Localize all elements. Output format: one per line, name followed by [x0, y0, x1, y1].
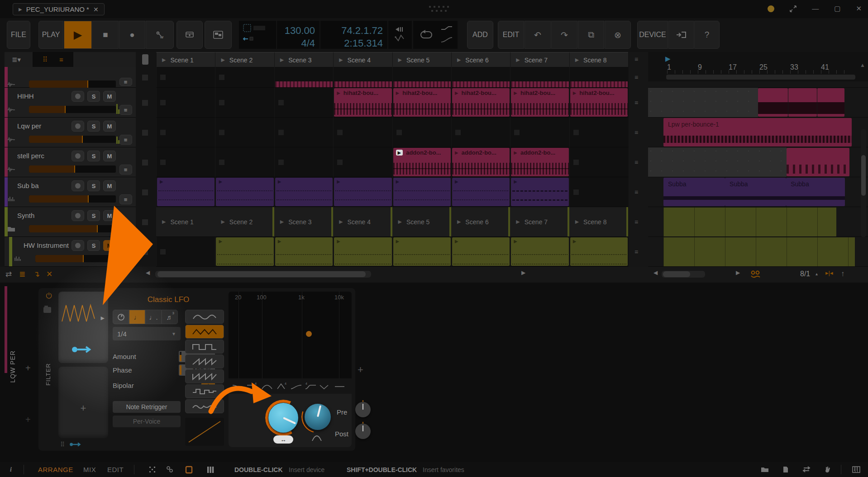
clip-green[interactable]: ▶ [334, 237, 391, 266]
clip-slot[interactable] [333, 147, 392, 177]
clip-slot[interactable] [215, 147, 274, 177]
swap-arrows-icon[interactable] [802, 466, 811, 473]
mute-button[interactable]: M [103, 180, 116, 191]
sync-triplet-button[interactable]: 3♬ [162, 310, 178, 324]
row-options-icon[interactable]: ≡ [634, 129, 638, 136]
group-scene-slot[interactable]: ▶Scene 7 [510, 207, 569, 236]
clip-slot[interactable]: ▶hihat2-bou... [569, 88, 628, 117]
scene-play-icon[interactable]: ▶ [457, 57, 461, 63]
filter-cutoff-dot[interactable] [306, 331, 312, 337]
track-stop-button[interactable] [142, 75, 148, 80]
cutoff-mod-range-pill[interactable]: ↔ [273, 435, 293, 444]
empty-slot-stop[interactable] [278, 130, 284, 135]
sync-tempo-button[interactable]: ♩ [129, 310, 145, 324]
clip-slot[interactable] [569, 118, 628, 147]
project-tab[interactable]: ▶ PEC_YURIURANO * ✕ [13, 3, 105, 15]
clip-purple[interactable]: ▶ [216, 178, 273, 206]
automation-write-button[interactable]: w [146, 21, 174, 49]
clip-partial[interactable] [393, 81, 451, 87]
track-row[interactable]: ≡ [5, 67, 136, 88]
record-arm-button[interactable] [72, 91, 84, 102]
empty-slot-stop[interactable] [160, 249, 166, 255]
filter-spectrum[interactable]: 20 100 1k 10k [229, 292, 352, 378]
empty-slot-stop[interactable] [219, 75, 224, 80]
scene-play-icon[interactable]: ▶ [398, 57, 402, 63]
group-scene-slot[interactable]: ▶Scene 6 [451, 207, 510, 236]
arranger-hscroll-thumb[interactable] [663, 271, 690, 277]
row-options-icon[interactable]: ≡ [634, 189, 638, 196]
clip-slot[interactable]: ▶ [274, 177, 333, 207]
arranger-clip[interactable] [787, 148, 849, 176]
clip-slot[interactable]: ▶ [510, 237, 569, 266]
maximize-icon[interactable]: ▢ [834, 4, 840, 14]
mute-button[interactable]: M [103, 151, 116, 161]
time-value[interactable]: 2:15.314 [320, 37, 383, 50]
record-arm-button[interactable] [72, 240, 84, 251]
track-stop-button[interactable] [142, 130, 148, 136]
close-icon[interactable]: ✕ [856, 4, 862, 14]
empty-slot-stop[interactable] [396, 130, 402, 135]
file-icon[interactable] [782, 466, 789, 473]
dot-grid-icon[interactable] [148, 466, 157, 473]
empty-slot-stop[interactable] [219, 100, 224, 105]
clip-slot[interactable] [392, 67, 451, 87]
solo-button[interactable]: S [87, 240, 100, 251]
clip-slot[interactable]: ▶ [510, 177, 569, 207]
clip-purple[interactable]: ▶ [334, 178, 391, 206]
empty-slot-stop[interactable] [219, 160, 224, 165]
clip-slot[interactable]: ▶ [392, 177, 451, 207]
add-button[interactable]: ADD [467, 21, 493, 49]
clip-partial[interactable] [511, 81, 568, 87]
project-tab-close-icon[interactable]: ✕ [93, 6, 99, 13]
group-scene-slot[interactable]: ▶Scene 8 [569, 207, 628, 236]
playhead-marker[interactable]: ▶ [665, 55, 671, 63]
record-arm-button[interactable] [72, 180, 84, 191]
tempo-value[interactable]: 130.00 [277, 24, 315, 37]
mute-button[interactable]: M [103, 210, 116, 221]
device-menu-button[interactable]: DEVICE [637, 21, 668, 49]
solo-button[interactable]: S [87, 151, 100, 161]
arranger-group-band[interactable] [663, 208, 836, 236]
scene-play-icon[interactable]: ▶ [280, 57, 284, 63]
clip-purple[interactable]: ▶ [511, 178, 568, 206]
lfo-rate-select[interactable]: 1/4 ▼ [113, 327, 181, 340]
row-options-icon[interactable]: ≡ [634, 218, 638, 226]
per-voice-button[interactable]: Per-Voice [113, 416, 181, 427]
punch-in-icon[interactable] [393, 24, 408, 47]
clip-partial[interactable] [275, 81, 333, 87]
volume-fader[interactable] [29, 80, 116, 88]
clip-slot[interactable]: ▶addon2-bo... [510, 147, 569, 177]
chain-icon[interactable] [166, 466, 174, 473]
tab-edit[interactable]: EDIT [107, 466, 124, 473]
clip-purple[interactable]: ▶ [452, 178, 510, 206]
follow-playback-icon[interactable]: ↴ [33, 269, 40, 279]
clip-slot[interactable] [156, 147, 215, 177]
record-arm-button[interactable] [72, 151, 84, 161]
zoom-to-fit-icon[interactable]: ▸|◂ [825, 269, 833, 276]
hand-icon[interactable] [824, 466, 831, 473]
volume-fader[interactable] [29, 106, 116, 113]
empty-slot-stop[interactable] [573, 189, 579, 195]
clip-slot[interactable] [569, 67, 628, 87]
clip-slot[interactable] [392, 118, 451, 147]
clip-slot[interactable] [274, 147, 333, 177]
note-retrigger-button[interactable]: Note Retrigger [113, 401, 181, 413]
clip-slot[interactable]: ▶hihat2-bou... [333, 88, 392, 117]
mute-button[interactable]: M [103, 240, 116, 251]
clip-slot[interactable]: ▶hihat2-bou... [510, 88, 569, 117]
volume-fader[interactable] [29, 136, 116, 143]
bandpass4-icon[interactable]: 4 [275, 382, 288, 391]
clip-green[interactable]: ▶ [393, 237, 451, 266]
automation-follow-icon[interactable] [440, 25, 453, 45]
track-menu-button[interactable]: ≡ [119, 194, 132, 204]
clip-slot[interactable]: ▶ [215, 177, 274, 207]
sync-time-button[interactable] [113, 310, 129, 324]
arranger-ruler[interactable]: ▶ ▲ 1917253341 [648, 52, 868, 81]
arranger-row[interactable] [648, 207, 868, 237]
track-stop-button[interactable] [142, 160, 148, 165]
clip-partial[interactable] [570, 81, 628, 87]
tempo-display[interactable]: 130.00 4/4 [277, 21, 320, 49]
clip-slot[interactable]: ▶ [274, 237, 333, 266]
solo-button[interactable]: S [87, 121, 100, 132]
scene-play-icon[interactable]: ▶ [162, 57, 166, 63]
